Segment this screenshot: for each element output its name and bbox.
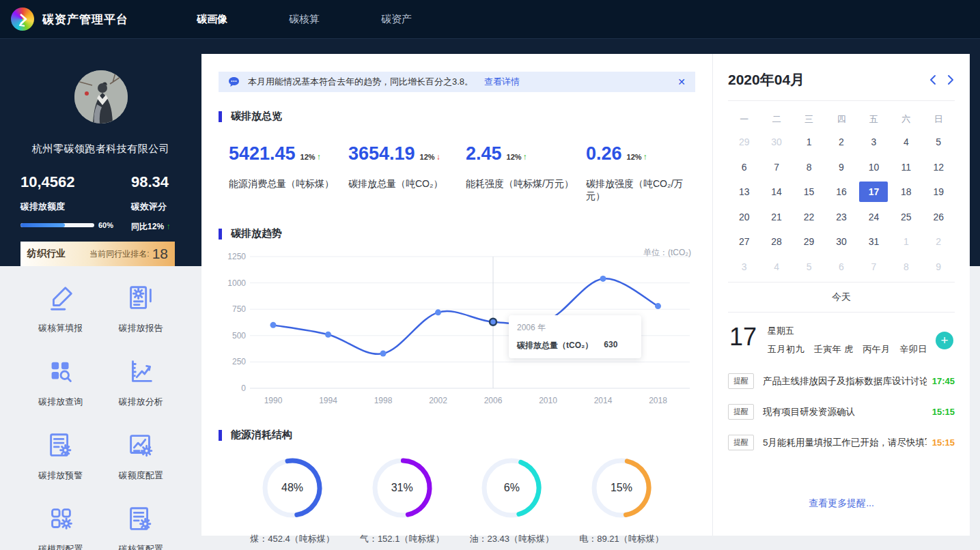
selected-day-number: 17 bbox=[729, 325, 757, 356]
svg-text:2018: 2018 bbox=[649, 396, 667, 405]
add-reminder-button[interactable]: + bbox=[936, 332, 953, 349]
tab-carbon-portrait[interactable]: 碳画像 bbox=[197, 13, 227, 26]
calendar-day[interactable]: 3 bbox=[858, 130, 890, 155]
app-title: 碳资产管理平台 bbox=[42, 12, 128, 27]
overview-stats: 5421.4512%↑ 能源消费总量（吨标煤） 3654.1912%↓ 碳排放总… bbox=[219, 143, 695, 203]
calendar-day[interactable]: 1 bbox=[890, 229, 922, 255]
calendar-day[interactable]: 19 bbox=[923, 179, 955, 205]
calendar-day[interactable]: 27 bbox=[728, 229, 760, 255]
calendar-day-selected[interactable]: 17 bbox=[858, 179, 890, 205]
calendar-day[interactable]: 9 bbox=[825, 155, 857, 180]
calendar-day[interactable]: 4 bbox=[890, 130, 922, 155]
calendar-day[interactable]: 20 bbox=[728, 205, 760, 230]
calendar-day[interactable]: 6 bbox=[728, 155, 760, 180]
more-reminders-link[interactable]: 查看更多提醒... bbox=[713, 497, 970, 510]
calendar-day[interactable]: 8 bbox=[890, 255, 922, 280]
calendar-day[interactable]: 26 bbox=[923, 205, 955, 230]
donut-gas: 31% 气：152.1（吨标煤） bbox=[354, 457, 450, 545]
score-yoy: 同比12% ↑ bbox=[131, 221, 181, 233]
svg-text:2002: 2002 bbox=[429, 396, 447, 405]
calendar-day[interactable]: 15 bbox=[793, 179, 825, 205]
calendar-day[interactable]: 7 bbox=[760, 155, 792, 180]
calendar-day[interactable]: 18 bbox=[890, 179, 922, 205]
tab-carbon-asset[interactable]: 碳资产 bbox=[381, 13, 412, 26]
calendar-grid: 2930123456789101112131415161718192021222… bbox=[728, 130, 955, 279]
calendar-day[interactable]: 5 bbox=[923, 130, 955, 155]
svg-text:250: 250 bbox=[232, 357, 246, 366]
calendar-day[interactable]: 23 bbox=[825, 205, 857, 230]
donut-electricity: 15% 电：89.21（吨标煤） bbox=[574, 457, 669, 545]
prev-month-icon[interactable] bbox=[929, 74, 936, 85]
menu-item-accounting-config[interactable]: 碳核算配置 bbox=[101, 504, 182, 550]
industry-rank-value: 18 bbox=[152, 246, 168, 262]
today-button[interactable]: 今天 bbox=[728, 282, 955, 313]
menu-item-quota-config[interactable]: 碳额度配置 bbox=[101, 430, 182, 482]
calendar-day[interactable]: 7 bbox=[858, 255, 890, 280]
svg-text:1990: 1990 bbox=[264, 396, 283, 405]
avatar[interactable] bbox=[74, 70, 128, 124]
stat-emission-intensity: 0.2612%↑ 碳排放强度（吨CO₂/万元） bbox=[586, 143, 695, 203]
calendar-day[interactable]: 30 bbox=[760, 130, 792, 155]
up-arrow-icon: ↑ bbox=[317, 152, 321, 162]
calendar-day[interactable]: 8 bbox=[793, 155, 825, 180]
calendar-day[interactable]: 5 bbox=[793, 255, 825, 280]
app-logo-icon bbox=[11, 8, 34, 31]
calendar-day[interactable]: 2 bbox=[825, 130, 857, 155]
menu-item-emission-report[interactable]: 碳排放报告 bbox=[101, 283, 182, 334]
trend-section-title: 碳排放趋势 bbox=[219, 227, 695, 240]
calendar-day[interactable]: 2 bbox=[923, 229, 955, 255]
calendar-day[interactable]: 10 bbox=[858, 155, 890, 180]
menu-item-emission-analysis[interactable]: 碳排放分析 bbox=[101, 356, 182, 408]
reminder-item[interactable]: 提醒 5月能耗用量填报工作已开始，请尽快填写 15:15 bbox=[728, 435, 955, 450]
menu-item-model-config[interactable]: 碳模型配置 bbox=[20, 504, 101, 550]
donut-coal: 48% 煤：452.4（吨标煤） bbox=[244, 457, 340, 545]
svg-text:750: 750 bbox=[232, 304, 246, 314]
calendar-day[interactable]: 25 bbox=[890, 205, 922, 230]
industry-rank-banner: 纺织行业 当前同行业排名: 18 bbox=[20, 242, 175, 266]
calendar-day[interactable]: 11 bbox=[890, 155, 922, 180]
calendar-day[interactable]: 21 bbox=[760, 205, 792, 230]
calendar-day[interactable]: 12 bbox=[923, 155, 955, 180]
tab-carbon-accounting[interactable]: 碳核算 bbox=[289, 13, 320, 26]
donut-oil: 6% 油：23.43（吨标煤） bbox=[464, 457, 559, 545]
up-arrow-icon: ↑ bbox=[643, 152, 647, 162]
calendar-day[interactable]: 1 bbox=[793, 130, 825, 155]
reminder-item[interactable]: 提醒 现有项目研发资源确认 15:15 bbox=[728, 404, 955, 420]
menu-item-emission-alert[interactable]: 碳排放预警 bbox=[20, 430, 101, 482]
notice-detail-link[interactable]: 查看详情 bbox=[484, 76, 520, 88]
calendar-day[interactable]: 6 bbox=[825, 255, 857, 280]
calendar-day[interactable]: 28 bbox=[760, 229, 792, 255]
sidebar-profile: 杭州零碳领跑者科技有限公司 10,4562 碳排放额度 60% 98.34 碳效… bbox=[0, 39, 201, 266]
chart-tooltip: 2006 年 碳排放总量（tCO₂）630 bbox=[509, 315, 641, 358]
calendar-day[interactable]: 30 bbox=[825, 229, 857, 255]
progress-percent: 60% bbox=[98, 221, 113, 229]
svg-text:1998: 1998 bbox=[374, 396, 393, 405]
divider bbox=[728, 100, 955, 101]
calendar-day[interactable]: 4 bbox=[760, 255, 792, 280]
calendar-day[interactable]: 14 bbox=[760, 179, 792, 205]
next-month-icon[interactable] bbox=[947, 74, 955, 85]
calendar-day[interactable]: 13 bbox=[728, 179, 760, 205]
industry-name: 纺织行业 bbox=[27, 248, 66, 260]
calendar-day[interactable]: 31 bbox=[858, 229, 890, 255]
sidebar-menu: 碳核算填报 碳排放报告 碳排放查询 bbox=[0, 266, 201, 550]
reminder-item[interactable]: 提醒 产品主线排放因子及指标数据库设计讨论 17:45 bbox=[728, 373, 955, 389]
calendar-day[interactable]: 22 bbox=[793, 205, 825, 230]
calendar-day[interactable]: 29 bbox=[728, 130, 760, 155]
menu-item-carbon-accounting-filling[interactable]: 碳核算填报 bbox=[20, 283, 101, 334]
calendar-day[interactable]: 24 bbox=[858, 205, 890, 230]
calendar-day[interactable]: 16 bbox=[825, 179, 857, 205]
close-icon[interactable]: ✕ bbox=[677, 76, 686, 87]
section-bar bbox=[219, 229, 222, 240]
weekday-label: 日 bbox=[923, 111, 955, 128]
calendar-day[interactable]: 3 bbox=[728, 255, 760, 280]
calendar-day[interactable]: 9 bbox=[923, 255, 955, 280]
menu-item-emission-query[interactable]: 碳排放查询 bbox=[20, 356, 101, 408]
score-label: 碳效评分 bbox=[131, 201, 181, 213]
svg-text:500: 500 bbox=[232, 331, 246, 341]
emission-trend-chart[interactable]: 单位：(tCO₂) 025050075010001250199019941998… bbox=[219, 250, 695, 422]
carbon-asset-platform: 碳资产管理平台 碳画像 碳核算 碳资产 杭州零碳领跑者科技有限公司 1 bbox=[0, 0, 980, 550]
grid-search-icon bbox=[45, 356, 76, 388]
calendar-day[interactable]: 29 bbox=[793, 229, 825, 255]
section-bar bbox=[219, 111, 222, 122]
